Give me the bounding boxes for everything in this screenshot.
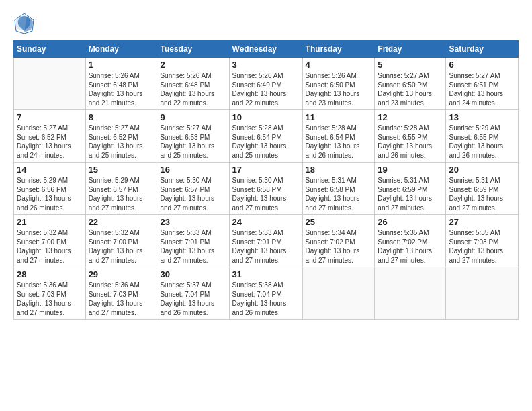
day-info: Sunrise: 5:33 AMSunset: 7:01 PMDaylight:…	[160, 228, 226, 265]
day-info: Sunrise: 5:28 AMSunset: 6:54 PMDaylight:…	[306, 124, 372, 160]
weekday-header-monday: Monday	[85, 41, 157, 58]
day-number: 2	[160, 60, 226, 70]
day-info: Sunrise: 5:37 AMSunset: 7:04 PMDaylight:…	[160, 281, 226, 317]
day-number: 19	[378, 165, 443, 175]
day-number: 15	[89, 165, 154, 175]
weekday-header-saturday: Saturday	[446, 41, 519, 58]
day-info: Sunrise: 5:32 AMSunset: 7:00 PMDaylight:…	[17, 228, 83, 265]
calendar-cell: 6Sunrise: 5:27 AMSunset: 6:51 PMDaylight…	[446, 58, 519, 110]
day-number: 25	[306, 217, 372, 227]
calendar-cell: 23Sunrise: 5:33 AMSunset: 7:01 PMDayligh…	[157, 215, 229, 267]
day-info: Sunrise: 5:33 AMSunset: 7:01 PMDaylight:…	[232, 228, 300, 265]
calendar-week-row: 21Sunrise: 5:32 AMSunset: 7:00 PMDayligh…	[14, 215, 519, 267]
calendar-cell: 21Sunrise: 5:32 AMSunset: 7:00 PMDayligh…	[14, 215, 86, 267]
day-info: Sunrise: 5:27 AMSunset: 6:51 PMDaylight:…	[449, 71, 515, 107]
weekday-header-tuesday: Tuesday	[157, 41, 229, 58]
day-info: Sunrise: 5:38 AMSunset: 7:04 PMDaylight:…	[232, 281, 300, 317]
day-number: 12	[378, 112, 443, 122]
calendar-cell: 24Sunrise: 5:33 AMSunset: 7:01 PMDayligh…	[229, 215, 302, 267]
calendar-cell: 3Sunrise: 5:26 AMSunset: 6:49 PMDaylight…	[229, 58, 302, 110]
day-number: 16	[160, 165, 226, 175]
calendar-cell: 27Sunrise: 5:35 AMSunset: 7:03 PMDayligh…	[446, 215, 519, 267]
day-info: Sunrise: 5:27 AMSunset: 6:53 PMDaylight:…	[160, 124, 226, 160]
logo-icon	[13, 12, 35, 34]
calendar-cell: 28Sunrise: 5:36 AMSunset: 7:03 PMDayligh…	[14, 267, 86, 320]
day-number: 9	[160, 112, 226, 122]
day-info: Sunrise: 5:26 AMSunset: 6:49 PMDaylight:…	[232, 71, 300, 107]
day-number: 30	[160, 269, 226, 279]
day-number: 22	[89, 217, 154, 227]
weekday-header-friday: Friday	[375, 41, 446, 58]
calendar-cell: 29Sunrise: 5:36 AMSunset: 7:03 PMDayligh…	[85, 267, 157, 320]
day-info: Sunrise: 5:31 AMSunset: 6:59 PMDaylight:…	[378, 176, 443, 212]
calendar-cell: 4Sunrise: 5:26 AMSunset: 6:50 PMDaylight…	[302, 58, 375, 110]
calendar-cell: 5Sunrise: 5:27 AMSunset: 6:50 PMDaylight…	[375, 58, 446, 110]
calendar-cell: 10Sunrise: 5:28 AMSunset: 6:54 PMDayligh…	[229, 110, 302, 163]
day-info: Sunrise: 5:29 AMSunset: 6:55 PMDaylight:…	[449, 124, 515, 160]
day-number: 26	[378, 217, 443, 227]
calendar-cell: 31Sunrise: 5:38 AMSunset: 7:04 PMDayligh…	[229, 267, 302, 320]
calendar-week-row: 28Sunrise: 5:36 AMSunset: 7:03 PMDayligh…	[14, 267, 519, 320]
day-number: 21	[17, 217, 83, 227]
day-number: 31	[232, 269, 300, 279]
day-info: Sunrise: 5:31 AMSunset: 6:59 PMDaylight:…	[449, 176, 515, 212]
day-info: Sunrise: 5:31 AMSunset: 6:58 PMDaylight:…	[306, 176, 372, 212]
day-info: Sunrise: 5:28 AMSunset: 6:54 PMDaylight:…	[232, 124, 300, 160]
calendar-cell: 19Sunrise: 5:31 AMSunset: 6:59 PMDayligh…	[375, 163, 446, 215]
day-info: Sunrise: 5:26 AMSunset: 6:48 PMDaylight:…	[89, 71, 154, 107]
weekday-header-sunday: Sunday	[14, 41, 86, 58]
calendar-cell: 30Sunrise: 5:37 AMSunset: 7:04 PMDayligh…	[157, 267, 229, 320]
calendar-cell: 1Sunrise: 5:26 AMSunset: 6:48 PMDaylight…	[85, 58, 157, 110]
day-number: 23	[160, 217, 226, 227]
day-info: Sunrise: 5:35 AMSunset: 7:03 PMDaylight:…	[449, 228, 515, 265]
day-number: 1	[89, 60, 154, 70]
day-info: Sunrise: 5:29 AMSunset: 6:57 PMDaylight:…	[89, 176, 154, 212]
calendar-cell: 2Sunrise: 5:26 AMSunset: 6:48 PMDaylight…	[157, 58, 229, 110]
day-number: 13	[449, 112, 515, 122]
day-info: Sunrise: 5:36 AMSunset: 7:03 PMDaylight:…	[17, 281, 83, 317]
day-number: 29	[89, 269, 154, 279]
day-info: Sunrise: 5:27 AMSunset: 6:50 PMDaylight:…	[378, 71, 443, 107]
calendar-cell	[302, 267, 375, 320]
calendar-cell: 14Sunrise: 5:29 AMSunset: 6:56 PMDayligh…	[14, 163, 86, 215]
day-info: Sunrise: 5:28 AMSunset: 6:55 PMDaylight:…	[378, 124, 443, 160]
day-info: Sunrise: 5:29 AMSunset: 6:56 PMDaylight:…	[17, 176, 83, 212]
weekday-header-wednesday: Wednesday	[229, 41, 302, 58]
day-info: Sunrise: 5:34 AMSunset: 7:02 PMDaylight:…	[306, 228, 372, 265]
calendar-week-row: 14Sunrise: 5:29 AMSunset: 6:56 PMDayligh…	[14, 163, 519, 215]
header	[13, 12, 519, 34]
day-number: 14	[17, 165, 83, 175]
calendar-cell: 17Sunrise: 5:30 AMSunset: 6:58 PMDayligh…	[229, 163, 302, 215]
calendar-week-row: 7Sunrise: 5:27 AMSunset: 6:52 PMDaylight…	[14, 110, 519, 163]
day-info: Sunrise: 5:26 AMSunset: 6:48 PMDaylight:…	[160, 71, 226, 107]
day-info: Sunrise: 5:30 AMSunset: 6:57 PMDaylight:…	[160, 176, 226, 212]
calendar-cell	[14, 58, 86, 110]
day-number: 5	[378, 60, 443, 70]
page: SundayMondayTuesdayWednesdayThursdayFrid…	[0, 0, 532, 411]
day-number: 20	[449, 165, 515, 175]
day-info: Sunrise: 5:32 AMSunset: 7:00 PMDaylight:…	[89, 228, 154, 265]
day-number: 7	[17, 112, 83, 122]
logo	[13, 12, 38, 34]
calendar-cell	[375, 267, 446, 320]
calendar-cell: 25Sunrise: 5:34 AMSunset: 7:02 PMDayligh…	[302, 215, 375, 267]
day-number: 18	[306, 165, 372, 175]
day-info: Sunrise: 5:26 AMSunset: 6:50 PMDaylight:…	[306, 71, 372, 107]
calendar-header-row: SundayMondayTuesdayWednesdayThursdayFrid…	[14, 41, 519, 58]
calendar-table: SundayMondayTuesdayWednesdayThursdayFrid…	[13, 40, 519, 320]
day-number: 3	[232, 60, 300, 70]
calendar-cell: 20Sunrise: 5:31 AMSunset: 6:59 PMDayligh…	[446, 163, 519, 215]
day-info: Sunrise: 5:35 AMSunset: 7:02 PMDaylight:…	[378, 228, 443, 265]
day-number: 24	[232, 217, 300, 227]
day-number: 28	[17, 269, 83, 279]
day-number: 27	[449, 217, 515, 227]
calendar-cell: 8Sunrise: 5:27 AMSunset: 6:52 PMDaylight…	[85, 110, 157, 163]
calendar-cell	[446, 267, 519, 320]
calendar-cell: 12Sunrise: 5:28 AMSunset: 6:55 PMDayligh…	[375, 110, 446, 163]
day-info: Sunrise: 5:27 AMSunset: 6:52 PMDaylight:…	[89, 124, 154, 160]
day-info: Sunrise: 5:36 AMSunset: 7:03 PMDaylight:…	[89, 281, 154, 317]
day-number: 6	[449, 60, 515, 70]
day-number: 17	[232, 165, 300, 175]
day-number: 10	[232, 112, 300, 122]
day-number: 11	[306, 112, 372, 122]
